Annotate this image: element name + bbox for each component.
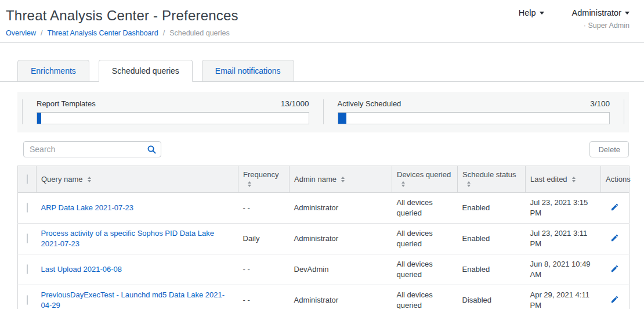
caret-down-icon [625,12,629,15]
sort-icon[interactable] [467,181,471,187]
query-name-link[interactable]: Last Upload 2021-06-08 [41,265,122,274]
search-box [23,141,161,157]
app-header: Threat Analysis Center - Preferences Ove… [0,0,644,43]
sort-icon[interactable] [88,177,91,182]
quota-label: Report Templates [37,99,96,108]
select-all-header [18,166,37,193]
help-menu[interactable]: Help [519,8,544,42]
row-checkbox[interactable] [27,295,28,305]
row-checkbox[interactable] [27,203,28,213]
edit-pencil-icon [610,295,619,304]
query-name-link[interactable]: Process activity of a specific Sophos PI… [41,229,214,248]
quota-count: 13/1000 [281,99,309,108]
last-edited-cell: Jul 23, 2021 3:11 PM [526,224,601,254]
tab-email-notifications[interactable]: Email notifications [202,60,294,82]
edit-button[interactable] [609,263,620,274]
breadcrumb-separator: / [41,29,42,37]
schedule-status-cell: Disabled [458,285,526,309]
admin-name-cell: Administrator [290,224,392,254]
progress-bar [37,112,309,124]
tab-enrichments[interactable]: Enrichments [17,60,89,82]
edit-pencil-icon [610,203,619,211]
header-left: Threat Analysis Center - Preferences Ove… [6,7,238,42]
table-toolbar: Delete [17,141,629,157]
breadcrumb-current: Scheduled queries [169,29,230,37]
devices-queried-cell: All devices queried [392,285,458,309]
table-header-row: Query name Frequency Admin name Devices … [18,166,629,193]
quota-label: Actively Scheduled [338,99,401,108]
progress-bar [338,112,610,124]
last-edited-cell: Jun 8, 2021 10:49 AM [526,254,601,285]
column-header-frequency[interactable]: Frequency [238,166,290,193]
page-title: Threat Analysis Center - Preferences [6,8,238,24]
user-role: · Super Admin [572,21,629,30]
devices-queried-cell: All devices queried [392,193,458,224]
quota-count: 3/100 [590,99,610,108]
query-name-link[interactable]: PreviousDayExecTest - Launchd md5 Data L… [41,290,225,309]
select-all-checkbox[interactable] [27,174,28,184]
table-row: Process activity of a specific Sophos PI… [18,224,629,254]
frequency-cell: Daily [238,224,290,254]
query-name-link[interactable]: ARP Data Lake 2021-07-23 [41,203,133,212]
frequency-cell: - - [238,254,290,285]
quota-actively-scheduled: Actively Scheduled 3/100 [323,99,625,124]
schedule-status-cell: Enabled [458,224,526,254]
quota-panel: Report Templates 13/1000 Actively Schedu… [17,92,629,132]
table-row: PreviousDayExecTest - Launchd md5 Data L… [18,285,629,309]
sort-icon[interactable] [341,177,345,182]
column-header-schedule-status[interactable]: Schedule status [458,166,526,193]
search-icon[interactable] [147,145,157,154]
tab-scheduled-queries[interactable]: Scheduled queries [99,60,193,82]
admin-name-cell: Administrator [290,193,392,224]
column-header-devices-queried[interactable]: Devices queried [392,166,458,193]
header-right: Help Administrator · Super Admin [519,7,629,42]
devices-queried-cell: All devices queried [392,254,458,285]
column-header-admin-name[interactable]: Admin name [290,166,392,193]
frequency-cell: - - [238,285,290,309]
table-row: ARP Data Lake 2021-07-23 - - Administrat… [18,193,629,224]
row-checkbox[interactable] [27,233,28,243]
last-edited-cell: Jul 23, 2021 3:15 PM [526,193,601,224]
scheduled-queries-table: Query name Frequency Admin name Devices … [17,166,629,309]
delete-button[interactable]: Delete [589,141,629,157]
edit-button[interactable] [609,202,620,213]
column-header-actions: Actions [601,166,629,193]
user-menu-block: Administrator · Super Admin [572,8,629,42]
search-input[interactable] [23,141,161,157]
breadcrumb-separator: / [163,29,165,37]
sort-icon[interactable] [401,181,405,187]
column-header-query-name[interactable]: Query name [37,166,238,193]
edit-button[interactable] [609,232,620,243]
breadcrumb-link-dashboard[interactable]: Threat Analysis Center Dashboard [48,29,158,37]
tab-bar: Enrichments Scheduled queries Email noti… [0,43,644,82]
devices-queried-cell: All devices queried [392,224,458,254]
row-checkbox[interactable] [27,264,28,274]
admin-name-cell: DevAdmin [290,254,392,285]
breadcrumb-link-overview[interactable]: Overview [6,29,36,37]
caret-down-icon [540,12,544,15]
edit-pencil-icon [610,233,619,242]
quota-report-templates: Report Templates 13/1000 [22,99,323,124]
breadcrumb: Overview / Threat Analysis Center Dashbo… [6,29,238,37]
schedule-status-cell: Enabled [458,193,526,224]
table-row: Last Upload 2021-06-08 - - DevAdmin All … [18,254,629,285]
edit-button[interactable] [609,294,620,305]
sort-icon[interactable] [572,177,576,182]
frequency-cell: - - [238,193,290,224]
edit-pencil-icon [610,264,619,273]
sort-icon[interactable] [248,181,251,187]
admin-name-cell: Administrator [290,285,392,309]
progress-fill [338,113,346,124]
schedule-status-cell: Enabled [458,254,526,285]
progress-fill [37,113,41,124]
column-header-last-edited[interactable]: Last edited [526,166,601,193]
last-edited-cell: Apr 29, 2021 4:11 PM [526,285,601,309]
user-menu[interactable]: Administrator [572,8,629,17]
